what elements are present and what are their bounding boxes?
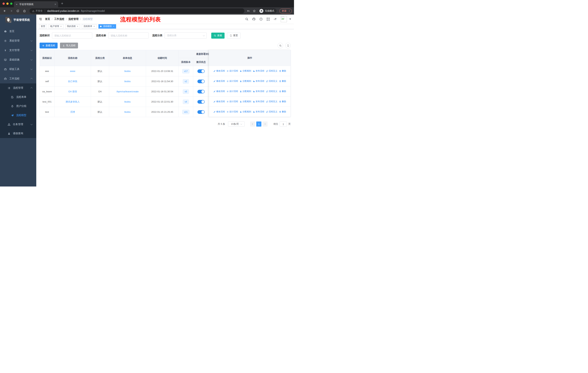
sidebar-menu-item[interactable]: 首页 <box>0 27 36 36</box>
active-toggle[interactable] <box>197 80 205 83</box>
breadcrumb-item[interactable]: 工作流程 <box>54 18 64 21</box>
operation-link[interactable]: 修改流程 <box>213 69 225 72</box>
show-search-toggle-button[interactable] <box>278 43 283 48</box>
operation-link[interactable]: 分配规则 <box>240 90 251 93</box>
update-label[interactable]: 更新 <box>282 9 286 13</box>
sidebar-logo[interactable]: 芋道管理系统 <box>0 15 36 25</box>
operation-link[interactable]: 删除 <box>279 69 286 72</box>
operation-link[interactable]: 修改流程 <box>213 110 225 113</box>
import-process-button[interactable]: 导入流程 <box>60 43 78 49</box>
view-tag[interactable]: 首页 <box>39 24 47 29</box>
sidebar-menu-item[interactable]: 基础设施 <box>0 55 36 64</box>
operation-link[interactable]: 分配规则 <box>240 80 251 83</box>
version-badge[interactable]: v21 <box>182 110 189 114</box>
operation-link[interactable]: 删除 <box>279 80 286 83</box>
breadcrumb-item[interactable]: 流程模型 <box>83 18 93 21</box>
operation-link[interactable]: 分配规则 <box>240 110 251 113</box>
process-name-link[interactable]: OA 请假 <box>68 90 77 93</box>
process-name-link[interactable]: 测试多审批人 <box>66 100 80 103</box>
filter-key-input[interactable] <box>52 32 92 39</box>
maximize-window-button[interactable] <box>10 2 12 5</box>
operation-link[interactable]: 流程定义 <box>266 69 277 72</box>
tab-close-icon[interactable] <box>54 3 56 5</box>
browser-update-button[interactable]: 更新 <box>279 9 292 13</box>
sidebar-menu-item[interactable]: 用户分组 <box>0 102 36 111</box>
github-icon[interactable] <box>252 18 256 21</box>
view-tag[interactable]: 流程模型 <box>98 24 116 29</box>
back-button[interactable] <box>2 8 7 13</box>
process-name-link[interactable]: eeee <box>70 70 75 72</box>
address-bar[interactable]: 不安全 dashboard.yudao.iocoder.cn/bpm/manag… <box>30 8 244 13</box>
sidebar-menu-item[interactable]: ¥ 支付管理 <box>0 46 36 55</box>
breadcrumb-item[interactable]: 流程管理 <box>68 18 79 21</box>
tag-close-icon[interactable] <box>93 26 95 27</box>
operation-link[interactable]: 修改流程 <box>213 80 225 83</box>
process-name-link[interactable]: 滔博 <box>70 111 75 113</box>
close-window-button[interactable] <box>2 2 5 5</box>
operation-link[interactable]: 流程定义 <box>266 100 277 103</box>
refresh-table-button[interactable] <box>285 43 291 48</box>
view-tag[interactable]: 流程表单 <box>82 24 97 29</box>
view-tag[interactable]: 我的流程 <box>65 24 80 29</box>
operation-link[interactable]: 发布流程 <box>253 69 264 72</box>
active-toggle[interactable] <box>197 100 205 104</box>
form-info-link[interactable]: biubiu <box>124 111 131 113</box>
tag-close-icon[interactable] <box>77 26 78 27</box>
active-toggle[interactable] <box>197 69 205 73</box>
operation-link[interactable]: 删除 <box>279 100 286 103</box>
sidebar-menu-item[interactable]: 任务管理 <box>0 120 36 129</box>
operation-link[interactable]: 删除 <box>279 110 286 113</box>
page-number-button[interactable]: 1 <box>256 121 261 127</box>
active-toggle[interactable] <box>197 110 205 114</box>
view-tag-label[interactable]: 租户管理 <box>50 25 59 28</box>
new-tab-button[interactable] <box>61 2 63 5</box>
operation-link[interactable]: 删除 <box>279 90 286 93</box>
password-key-icon[interactable] <box>247 10 250 12</box>
version-badge[interactable]: v2 <box>183 79 189 84</box>
operation-link[interactable]: 流程定义 <box>266 80 277 83</box>
fullscreen-icon[interactable] <box>266 18 270 21</box>
operation-link[interactable]: 发布流程 <box>253 110 264 113</box>
sidebar-menu-item[interactable]: 研发工具 <box>0 64 36 74</box>
operation-link[interactable]: 分配规则 <box>240 69 251 72</box>
operation-link[interactable]: 发布流程 <box>253 100 264 103</box>
sidebar-collapse-icon[interactable] <box>39 18 42 21</box>
font-size-icon[interactable]: TT <box>273 18 277 21</box>
view-tag-label[interactable]: 首页 <box>41 25 45 28</box>
sidebar-menu-item[interactable]: 流程管理 <box>0 83 36 92</box>
view-tag-label[interactable]: 我的流程 <box>67 25 76 28</box>
form-info-link[interactable]: biubiu <box>124 70 131 72</box>
search-button[interactable]: 搜索 <box>211 33 225 39</box>
operation-link[interactable]: 设计流程 <box>227 90 238 93</box>
view-tag[interactable]: 租户管理 <box>49 24 63 29</box>
sidebar-menu-item[interactable]: 系统管理 <box>0 36 36 46</box>
sidebar-menu-item[interactable]: 请假查询 <box>0 129 36 138</box>
form-info-link[interactable]: biubiu <box>124 80 131 83</box>
operation-link[interactable]: 发布流程 <box>253 90 264 93</box>
tag-close-icon[interactable] <box>113 26 115 27</box>
operation-link[interactable]: 修改流程 <box>213 100 225 103</box>
version-badge[interactable]: v5 <box>183 90 189 94</box>
sidebar-menu-item[interactable]: 流程表单 <box>0 92 36 102</box>
active-toggle[interactable] <box>197 90 205 93</box>
search-icon[interactable] <box>245 18 248 21</box>
version-badge[interactable]: v4 <box>183 100 189 104</box>
minimize-window-button[interactable] <box>6 2 9 5</box>
breadcrumb-item[interactable]: 首页 <box>45 18 50 21</box>
home-button[interactable] <box>22 8 27 13</box>
reload-button[interactable] <box>15 8 21 13</box>
create-process-button[interactable]: 新建流程 <box>40 43 58 49</box>
filter-category-select[interactable]: 流程分类 <box>165 32 207 39</box>
sidebar-menu-item[interactable]: 流程模型 <box>0 111 36 120</box>
bookmark-star-icon[interactable] <box>253 10 256 12</box>
user-avatar[interactable] <box>281 16 287 22</box>
browser-tab[interactable]: 芋道管理系统 <box>14 1 58 7</box>
version-badge[interactable]: v17 <box>182 69 189 73</box>
operation-link[interactable]: 设计流程 <box>227 110 238 113</box>
view-tag-label[interactable]: 流程表单 <box>84 25 92 28</box>
operation-link[interactable]: 分配规则 <box>240 100 251 103</box>
security-label[interactable]: 不安全 <box>36 9 43 13</box>
browser-menu-dots-icon[interactable] <box>288 10 291 12</box>
sidebar-menu-item[interactable]: 工作流程 <box>0 74 36 83</box>
operation-link[interactable]: 流程定义 <box>266 90 277 93</box>
